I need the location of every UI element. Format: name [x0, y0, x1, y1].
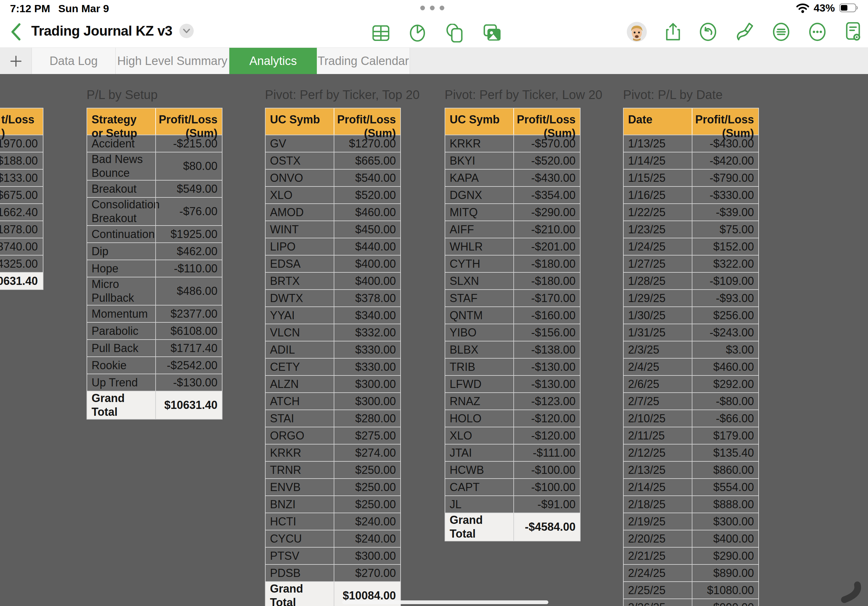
data-cell[interactable]: $332.00: [334, 324, 400, 341]
data-cell[interactable]: -$430.00: [692, 135, 758, 152]
data-cell[interactable]: VLCN: [266, 324, 334, 341]
data-cell[interactable]: 1/15/25: [624, 170, 692, 186]
data-cell[interactable]: 2/26/25: [624, 599, 692, 606]
data-cell[interactable]: LIPO: [266, 238, 334, 255]
data-cell[interactable]: ADIL: [266, 341, 334, 358]
data-cell[interactable]: ATCH: [266, 393, 334, 409]
data-cell[interactable]: -$100.00: [513, 462, 580, 478]
data-cell[interactable]: -$430.00: [513, 170, 580, 186]
data-cell[interactable]: -$120.00: [513, 427, 580, 444]
multitasking-dots-icon[interactable]: [420, 6, 444, 10]
tab-high-level-summary[interactable]: High Level Summary: [116, 48, 229, 74]
data-cell[interactable]: AIFF: [445, 221, 513, 238]
data-cell[interactable]: $240.00: [334, 513, 400, 530]
data-cell[interactable]: -$180.00: [513, 273, 580, 289]
header-cell[interactable]: UC Symb: [445, 108, 513, 135]
data-cell[interactable]: $890.00: [692, 565, 758, 581]
data-cell[interactable]: -$130.00: [155, 374, 222, 391]
data-cell[interactable]: $1925.00: [155, 226, 222, 242]
data-cell[interactable]: $290.00: [692, 547, 758, 564]
data-cell[interactable]: CYTH: [445, 256, 513, 272]
data-cell[interactable]: -$180.00: [513, 256, 580, 272]
data-cell[interactable]: -$170.00: [513, 290, 580, 307]
data-cell[interactable]: GV: [266, 135, 334, 152]
table-title[interactable]: P/L by Setup: [87, 88, 222, 102]
data-cell[interactable]: RNAZ: [445, 393, 513, 409]
data-cell[interactable]: $460.00: [692, 359, 758, 375]
data-cell[interactable]: PDSB: [266, 565, 334, 581]
data-cell[interactable]: $520.00: [334, 187, 400, 203]
data-cell[interactable]: -$290.00: [513, 204, 580, 220]
data-cell[interactable]: BRTX: [266, 273, 334, 289]
data-cell[interactable]: $554.00: [692, 479, 758, 495]
data-cell[interactable]: -$215.00: [155, 135, 222, 152]
data-cell[interactable]: MITQ: [445, 204, 513, 220]
data-cell[interactable]: 2/11/25: [624, 427, 692, 444]
data-cell[interactable]: $400.00: [334, 256, 400, 272]
data-cell[interactable]: Parabolic: [87, 323, 155, 339]
grand-total-cell[interactable]: Grand Total: [87, 391, 155, 419]
header-cell[interactable]: UC Symb: [266, 108, 334, 135]
tab-data-log[interactable]: Data Log: [32, 48, 116, 74]
data-cell[interactable]: HCTI: [266, 513, 334, 530]
data-cell[interactable]: $250.00: [334, 479, 400, 495]
data-cell[interactable]: -$156.00: [513, 324, 580, 341]
data-cell[interactable]: 1/23/25: [624, 221, 692, 238]
data-cell[interactable]: -$91.00: [513, 496, 580, 513]
data-cell[interactable]: $300.00: [334, 547, 400, 564]
data-cell[interactable]: -$160.00: [513, 307, 580, 324]
data-cell[interactable]: -$109.00: [692, 273, 758, 289]
data-cell[interactable]: $400.00: [334, 273, 400, 289]
data-cell[interactable]: ENVB: [266, 479, 334, 495]
data-cell[interactable]: XLO: [266, 187, 334, 203]
data-cell[interactable]: 2/13/25: [624, 462, 692, 478]
data-cell[interactable]: $1717.40: [155, 340, 222, 356]
data-cell[interactable]: ORGO: [266, 427, 334, 444]
data-cell[interactable]: DGNX: [445, 187, 513, 203]
data-cell[interactable]: 1/31/25: [624, 324, 692, 341]
data-cell[interactable]: 1/28/25: [624, 273, 692, 289]
data-cell[interactable]: $1878.00: [0, 221, 42, 238]
data-cell[interactable]: $240.00: [334, 530, 400, 547]
data-cell[interactable]: ONVO: [266, 170, 334, 186]
data-cell[interactable]: STAI: [266, 410, 334, 427]
data-cell[interactable]: -$120.00: [513, 410, 580, 427]
data-cell[interactable]: -$80.00: [692, 393, 758, 409]
data-cell[interactable]: Hope: [87, 260, 155, 277]
header-cell[interactable]: Strategy or Setup: [87, 108, 155, 135]
data-cell[interactable]: $135.40: [692, 445, 758, 461]
data-cell[interactable]: 1/16/25: [624, 187, 692, 203]
data-cell[interactable]: -$130.00: [513, 376, 580, 392]
data-cell[interactable]: $990.00: [692, 599, 758, 606]
horizontal-scrollbar[interactable]: [342, 600, 548, 604]
data-cell[interactable]: OSTX: [266, 152, 334, 169]
data-cell[interactable]: BLBX: [445, 341, 513, 358]
data-cell[interactable]: $440.00: [334, 238, 400, 255]
header-cell[interactable]: t/Loss ): [0, 108, 42, 135]
data-cell[interactable]: 1/14/25: [624, 152, 692, 169]
data-cell[interactable]: -$790.00: [692, 170, 758, 186]
data-cell[interactable]: EDSA: [266, 256, 334, 272]
avatar[interactable]: [627, 22, 647, 42]
data-cell[interactable]: PTSV: [266, 547, 334, 564]
data-cell[interactable]: -$110.00: [155, 260, 222, 277]
data-cell[interactable]: 2/25/25: [624, 582, 692, 598]
data-cell[interactable]: HCWB: [445, 462, 513, 478]
data-cell[interactable]: -$570.00: [513, 135, 580, 152]
data-cell[interactable]: $4325.00: [0, 256, 42, 272]
data-cell[interactable]: LFWD: [445, 376, 513, 392]
share-icon[interactable]: [665, 23, 680, 41]
data-cell[interactable]: $250.00: [334, 496, 400, 513]
data-cell[interactable]: $340.00: [334, 307, 400, 324]
data-cell[interactable]: $450.00: [334, 221, 400, 238]
data-cell[interactable]: $1270.00: [334, 135, 400, 152]
data-cell[interactable]: $280.00: [334, 410, 400, 427]
data-cell[interactable]: AMOD: [266, 204, 334, 220]
data-cell[interactable]: $250.00: [334, 462, 400, 478]
data-cell[interactable]: CETY: [266, 359, 334, 375]
data-cell[interactable]: 2/4/25: [624, 359, 692, 375]
data-cell[interactable]: 2/18/25: [624, 496, 692, 513]
data-cell[interactable]: $330.00: [334, 341, 400, 358]
data-cell[interactable]: -$66.00: [692, 410, 758, 427]
data-cell[interactable]: -$39.00: [692, 204, 758, 220]
